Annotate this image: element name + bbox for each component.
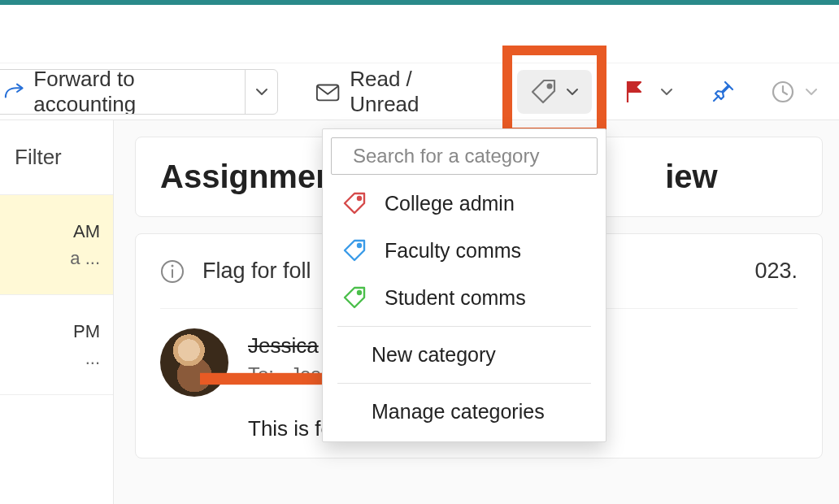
- list-item-preview: a ...: [0, 245, 100, 272]
- category-label: Faculty comms: [385, 239, 521, 263]
- list-item-preview: ...: [0, 345, 100, 371]
- quick-step-main[interactable]: Forward to accounting: [0, 70, 245, 114]
- avatar: [160, 328, 228, 397]
- svg-rect-0: [317, 85, 338, 100]
- flag-icon: [624, 80, 646, 104]
- forward-arrow-icon: [4, 83, 25, 101]
- chevron-down-icon: [255, 88, 268, 96]
- tag-icon: [342, 191, 367, 215]
- filter-label: Filter: [15, 145, 62, 170]
- manage-categories-label: Manage categories: [372, 400, 545, 424]
- snooze-dropdown[interactable]: [800, 85, 823, 99]
- svg-point-12: [358, 291, 361, 294]
- list-item-time: PM: [0, 318, 100, 345]
- tag-icon: [342, 238, 367, 263]
- quick-step-label: Forward to accounting: [33, 69, 230, 115]
- new-category-item[interactable]: New category: [323, 332, 606, 378]
- clock-icon: [771, 80, 795, 104]
- message-toolbar: Forward to accounting Read / Unread: [0, 63, 839, 120]
- flag-text-right: 023.: [754, 259, 798, 284]
- categorize-button[interactable]: [517, 70, 592, 114]
- svg-point-11: [358, 244, 361, 247]
- svg-point-10: [358, 197, 361, 200]
- list-item-time: AM: [0, 218, 100, 245]
- tag-icon: [530, 78, 558, 106]
- dropdown-divider: [337, 383, 591, 384]
- quick-step-dropdown[interactable]: [245, 70, 277, 114]
- category-search-input[interactable]: [353, 145, 596, 167]
- ribbon-spacer: [0, 5, 839, 63]
- snooze-button[interactable]: [766, 63, 800, 119]
- list-item[interactable]: PM ...: [0, 295, 113, 395]
- chevron-down-icon: [805, 88, 818, 96]
- flag-dropdown[interactable]: [654, 85, 680, 99]
- list-item[interactable]: AM a ...: [0, 195, 113, 295]
- category-item-faculty-comms[interactable]: Faculty comms: [323, 227, 606, 274]
- category-dropdown: College admin Faculty comms Student comm…: [322, 128, 606, 442]
- tag-icon: [342, 285, 367, 310]
- info-icon: [160, 259, 185, 284]
- svg-point-1: [548, 84, 552, 88]
- flag-button[interactable]: [616, 80, 654, 104]
- category-label: College admin: [385, 192, 515, 215]
- message-list-sidebar: Filter AM a ... PM ...: [0, 120, 114, 504]
- category-item-college-admin[interactable]: College admin: [323, 180, 606, 227]
- chevron-down-icon: [566, 88, 579, 96]
- flag-text-left: Flag for foll: [202, 259, 311, 284]
- pin-button[interactable]: [704, 63, 741, 119]
- envelope-icon: [315, 81, 340, 102]
- read-unread-button[interactable]: Read / Unread: [302, 63, 493, 119]
- category-search[interactable]: [331, 137, 598, 175]
- chevron-down-icon: [660, 88, 673, 96]
- pin-icon: [711, 80, 735, 104]
- category-label: Student comms: [385, 286, 526, 310]
- categorize-button-wrap: [517, 63, 592, 119]
- filter-button[interactable]: Filter: [0, 120, 113, 195]
- read-unread-label: Read / Unread: [350, 67, 480, 117]
- category-item-student-comms[interactable]: Student comms: [323, 274, 606, 321]
- new-category-label: New category: [372, 343, 496, 367]
- quick-step-forward[interactable]: Forward to accounting: [0, 69, 278, 115]
- dropdown-divider: [337, 326, 591, 327]
- manage-categories-item[interactable]: Manage categories: [323, 389, 606, 435]
